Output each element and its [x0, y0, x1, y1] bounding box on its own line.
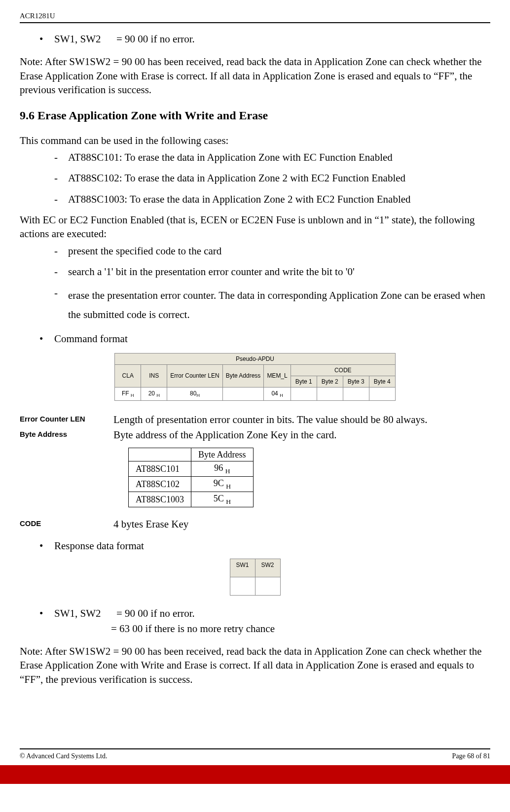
def-code: CODE 4 bytes Erase Key	[20, 517, 490, 531]
sw-table: SW1 SW2	[230, 559, 281, 596]
footer-rule	[20, 748, 490, 749]
cell-mem: 04 H	[264, 388, 291, 401]
note-2: Note: After SW1SW2 = 90 00 has been rece…	[20, 644, 490, 686]
cell-ins: 20 H	[141, 388, 167, 401]
footer-left: © Advanced Card Systems Ltd.	[20, 752, 107, 760]
col-byte1: Byte 1	[291, 376, 317, 388]
table-row: AT88SC1003 5C H	[129, 492, 254, 507]
list-item: -AT88SC102: To erase the data in Applica…	[54, 171, 490, 185]
sw1-cell	[230, 577, 255, 596]
ba-hdr-ba: Byte Address	[191, 448, 254, 461]
bullet-icon: •	[39, 606, 54, 620]
table-row: AT88SC101 96 H	[129, 461, 254, 477]
sw-label: SW1, SW2	[54, 33, 101, 45]
cell-ba	[222, 388, 264, 401]
sw-label: SW1, SW2	[54, 607, 101, 619]
actions-list: -present the specified code to the card …	[54, 244, 490, 325]
footer-red-strip	[0, 765, 510, 784]
section-heading: 9.6 Erase Application Zone with Write an…	[20, 107, 490, 123]
sw-result-1: = 90 00 if no error.	[116, 607, 195, 619]
list-item: -present the specified code to the card	[54, 244, 490, 258]
sw-bullet-2: • SW1, SW2 = 90 00 if no error.	[39, 606, 490, 620]
sw-bullet-1: • SW1, SW2 = 90 00 if no error.	[39, 32, 490, 46]
command-format-bullet: • Command format	[39, 332, 490, 346]
def-byte-address: Byte Address Byte address of the Applica…	[20, 428, 490, 442]
col-cla: CLA	[115, 364, 141, 387]
sw2-header: SW2	[255, 559, 280, 577]
bullet-icon: •	[39, 332, 54, 346]
ec-intro: With EC or EC2 Function Enabled (that is…	[20, 213, 490, 241]
col-byte4: Byte 4	[369, 376, 395, 388]
ba-hdr-blank	[129, 448, 191, 461]
list-item: -AT88SC1003: To erase the data in Applic…	[54, 192, 490, 206]
apdu-table: Pseudo-APDU CLA INS Error Counter LEN By…	[114, 353, 395, 401]
col-byte3: Byte 3	[343, 376, 369, 388]
page-footer: © Advanced Card Systems Ltd. Page 68 of …	[20, 748, 490, 784]
def-error-counter-len: Error Counter LEN Length of presentation…	[20, 413, 490, 426]
list-item: -AT88SC101: To erase the data in Applica…	[54, 150, 490, 164]
cell-b2	[317, 388, 343, 401]
sw2-cell	[255, 577, 280, 596]
note-1: Note: After SW1SW2 = 90 00 has been rece…	[20, 55, 490, 97]
table-row: AT88SC102 9C H	[129, 477, 254, 492]
sw1-header: SW1	[230, 559, 255, 577]
cases-list: -AT88SC101: To erase the data in Applica…	[54, 150, 490, 206]
sw-value: = 90 00 if no error.	[116, 33, 195, 45]
footer-right: Page 68 of 81	[452, 752, 490, 760]
cell-cla: FF H	[115, 388, 141, 401]
cell-b1	[291, 388, 317, 401]
col-byte-address: Byte Address	[222, 364, 264, 387]
cell-b4	[369, 388, 395, 401]
cell-ecl: 80H	[167, 388, 222, 401]
byte-address-table: Byte Address AT88SC101 96 H AT88SC102 9C…	[128, 448, 254, 507]
doc-header: ACR1281U	[20, 12, 490, 20]
bullet-icon: •	[39, 32, 54, 46]
col-mem-l: MEM_L	[264, 364, 291, 387]
list-item: -erase the presentation error counter. T…	[54, 286, 490, 325]
sw-result-2: = 63 00 if there is no more retry chance	[111, 622, 490, 635]
col-byte2: Byte 2	[317, 376, 343, 388]
header-rule	[20, 22, 490, 23]
apdu-header: Pseudo-APDU	[115, 353, 395, 364]
bullet-icon: •	[39, 539, 54, 553]
cell-b3	[343, 388, 369, 401]
col-error-counter-len: Error Counter LEN	[167, 364, 222, 387]
response-format-bullet: • Response data format	[39, 539, 490, 553]
list-item: -search a '1' bit in the presentation er…	[54, 265, 490, 279]
cases-intro: This command can be used in the followin…	[20, 134, 490, 147]
col-ins: INS	[141, 364, 167, 387]
col-code: CODE	[291, 364, 395, 376]
